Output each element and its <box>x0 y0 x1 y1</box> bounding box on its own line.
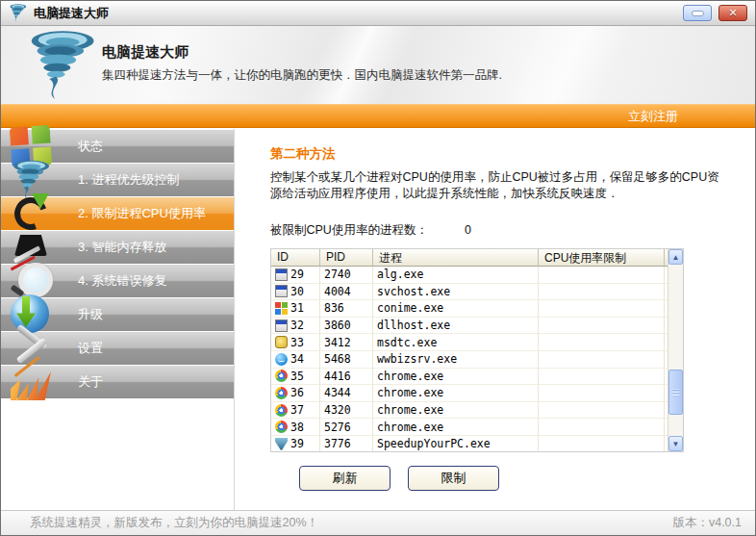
column-header[interactable]: 进程 <box>373 249 539 267</box>
table-cell: 29 <box>271 267 320 284</box>
table-cell: alg.exe <box>373 267 539 284</box>
process-id: 31 <box>290 301 304 315</box>
refresh-button[interactable]: 刷新 <box>299 466 391 491</box>
sidebar-item[interactable]: 3. 智能内存释放 <box>1 231 234 264</box>
tornado-icon <box>275 438 288 450</box>
table-cell <box>539 284 665 301</box>
sidebar-item[interactable]: 4. 系统错误修复 <box>1 265 234 297</box>
table-cell: 34 <box>271 351 320 369</box>
tornado-logo <box>26 28 97 103</box>
tornado-icon <box>9 4 27 22</box>
table-header: IDPID进程CPU使用率限制 <box>271 249 668 267</box>
table-row[interactable]: 333412msdtc.exe <box>271 334 668 351</box>
table-row[interactable]: 364344chrome.exe <box>271 385 668 402</box>
table-cell: 3860 <box>320 318 373 335</box>
limit-button[interactable]: 限制 <box>408 466 499 491</box>
sidebar-item-label: 升级 <box>78 298 103 331</box>
table-cell: chrome.exe <box>373 369 539 386</box>
scroll-down-button[interactable]: ▼ <box>668 436 683 451</box>
title-bar: 电脑提速大师 ✕ <box>1 1 755 26</box>
app-name: 电脑提速大师 <box>102 43 502 62</box>
process-table: IDPID进程CPU使用率限制 292740alg.exe304004svcho… <box>270 248 684 452</box>
sidebar-item[interactable]: 升级 <box>1 298 234 331</box>
sidebar-item-label: 2. 限制进程CPU使用率 <box>78 197 206 230</box>
chrome-icon <box>275 404 288 417</box>
table-cell <box>539 351 665 369</box>
vertical-scrollbar[interactable]: ▲ ▼ <box>668 249 683 451</box>
table-cell: 36 <box>271 385 320 402</box>
sidebar-item[interactable]: 设置 <box>1 332 234 365</box>
content-panel: 第二种方法 控制某个或某几个进程对CPU的使用率，防止CPU被过多占用，保留足够… <box>235 129 755 510</box>
app-window: 电脑提速大师 ✕ 电脑提速大师 集四种提速方法与一体，让你的电脑跑的更快．国内电… <box>0 0 756 536</box>
table-cell: 33 <box>271 334 320 351</box>
sidebar-item-label: 3. 智能内存释放 <box>78 231 166 264</box>
sidebar-item-label: 关于 <box>78 366 103 398</box>
table-cell: 30 <box>271 284 320 301</box>
table-row[interactable]: 374320chrome.exe <box>271 402 668 420</box>
table-row[interactable]: 354416chrome.exe <box>271 369 668 386</box>
process-id: 39 <box>290 437 304 450</box>
table-cell: 4320 <box>320 402 373 420</box>
close-icon: ✕ <box>728 7 737 19</box>
section-title: 第二种方法 <box>270 145 755 163</box>
table-cell <box>539 334 665 351</box>
table-cell: 32 <box>271 318 320 335</box>
sidebar-item[interactable]: 2. 限制进程CPU使用率 <box>1 197 234 230</box>
column-header[interactable]: PID <box>320 249 373 267</box>
table-cell: dllhost.exe <box>373 318 539 335</box>
limited-count-value: 0 <box>465 223 471 237</box>
table-cell: 39 <box>271 436 320 451</box>
column-header[interactable]: ID <box>271 249 320 267</box>
process-id: 37 <box>290 403 304 417</box>
sidebar-item[interactable]: 状态 <box>1 130 234 163</box>
close-button[interactable]: ✕ <box>718 5 747 21</box>
table-cell: 3412 <box>320 334 373 351</box>
table-row[interactable]: 385276chrome.exe <box>271 419 668 436</box>
table-body: 292740alg.exe304004svchost.exe31836conim… <box>271 267 668 451</box>
table-cell <box>539 436 665 451</box>
process-id: 34 <box>290 352 304 366</box>
table-cell: 4004 <box>320 284 373 301</box>
register-link[interactable]: 立刻注册 <box>628 108 678 125</box>
blue-face-icon <box>275 353 288 366</box>
scroll-up-button[interactable]: ▲ <box>668 249 683 265</box>
table-row[interactable]: 31836conime.exe <box>271 300 668 318</box>
minimize-icon <box>692 11 704 16</box>
table-cell <box>539 402 665 420</box>
button-row: 刷新 限制 <box>270 466 755 491</box>
minimize-button[interactable] <box>683 5 712 21</box>
table-cell: chrome.exe <box>373 385 539 402</box>
sidebar-item-label: 4. 系统错误修复 <box>78 265 166 297</box>
table-cell <box>539 385 665 402</box>
table-row[interactable]: 292740alg.exe <box>271 267 668 284</box>
sidebar-item-label: 设置 <box>78 332 103 365</box>
column-header[interactable]: CPU使用率限制 <box>539 249 665 267</box>
process-id: 32 <box>290 319 304 332</box>
scrollbar-track[interactable] <box>668 265 683 436</box>
windows-flag-icon <box>275 302 288 315</box>
sidebar-item-label: 状态 <box>78 130 103 163</box>
process-id: 30 <box>290 285 304 298</box>
table-cell: 4344 <box>320 385 373 402</box>
table-row[interactable]: 304004svchost.exe <box>271 284 668 301</box>
table-cell <box>539 419 665 436</box>
window-icon <box>275 319 288 332</box>
process-id: 38 <box>290 421 304 434</box>
sidebar-item[interactable]: 关于 <box>1 366 234 398</box>
table-row[interactable]: 393776SpeedupYourPC.exe <box>271 436 668 451</box>
process-id: 29 <box>290 268 304 281</box>
scrollbar-thumb[interactable] <box>668 370 683 415</box>
sidebar-item[interactable]: 1. 进程优先级控制 <box>1 164 234 196</box>
table-row[interactable]: 323860dllhost.exe <box>271 318 668 335</box>
table-cell: SpeedupYourPC.exe <box>373 436 539 451</box>
window-icon <box>275 268 288 281</box>
table-cell: 31 <box>271 300 320 318</box>
window-title: 电脑提速大师 <box>34 5 109 22</box>
limited-count-row: 被限制CPU使用率的进程数：0 <box>270 222 755 239</box>
table-row[interactable]: 345468wwbizsrv.exe <box>271 351 668 369</box>
table-cell: chrome.exe <box>373 419 539 436</box>
sidebar-item-label: 1. 进程优先级控制 <box>78 164 179 196</box>
window-icon <box>275 285 288 297</box>
chrome-icon <box>275 421 288 433</box>
process-id: 36 <box>290 386 304 399</box>
